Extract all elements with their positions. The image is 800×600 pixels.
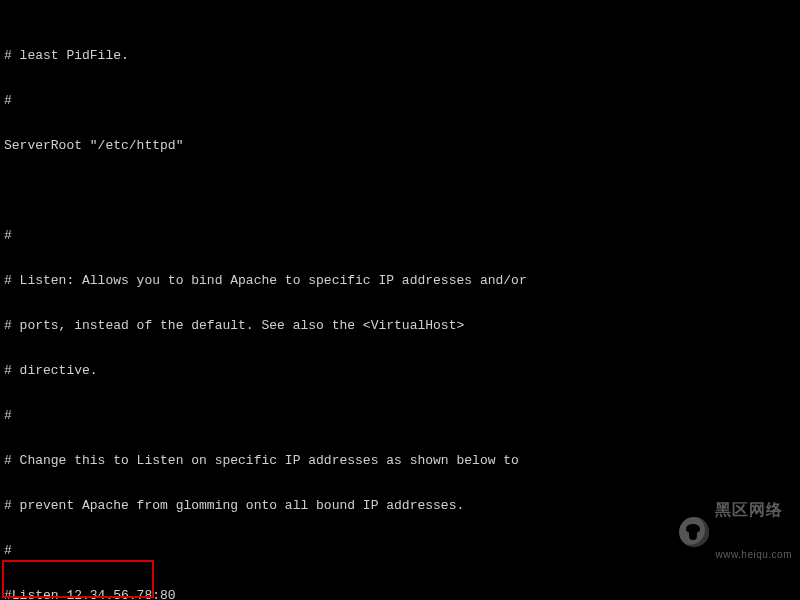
watermark-text: 黑区网络 www.heiqu.com: [715, 472, 792, 592]
config-line: # ports, instead of the default. See als…: [4, 318, 796, 333]
config-line: #: [4, 93, 796, 108]
config-line: #: [4, 408, 796, 423]
config-line: # directive.: [4, 363, 796, 378]
terminal-viewport[interactable]: # least PidFile. # ServerRoot "/etc/http…: [0, 0, 800, 600]
config-line: #: [4, 228, 796, 243]
config-line: ServerRoot "/etc/httpd": [4, 138, 796, 153]
config-line: #Listen 12.34.56.78:80: [4, 588, 796, 600]
config-line: # prevent Apache from glomming onto all …: [4, 498, 796, 513]
config-line: # Change this to Listen on specific IP a…: [4, 453, 796, 468]
config-line: # Listen: Allows you to bind Apache to s…: [4, 273, 796, 288]
config-line: [4, 183, 796, 198]
watermark: 黑区网络 www.heiqu.com: [679, 472, 792, 592]
config-line: #: [4, 543, 796, 558]
config-line: # least PidFile.: [4, 48, 796, 63]
